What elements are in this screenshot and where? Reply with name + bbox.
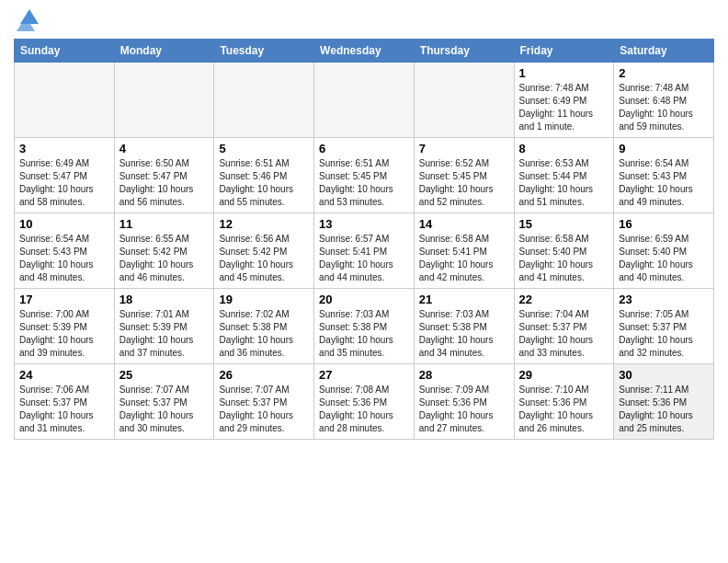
weekday-header-friday: Friday (514, 40, 614, 63)
calendar-cell: 22Sunrise: 7:04 AM Sunset: 5:37 PM Dayli… (514, 289, 614, 364)
calendar-cell: 3Sunrise: 6:49 AM Sunset: 5:47 PM Daylig… (15, 138, 115, 213)
calendar-cell: 17Sunrise: 7:00 AM Sunset: 5:39 PM Dayli… (15, 289, 115, 364)
day-number: 17 (19, 293, 109, 306)
calendar-cell: 20Sunrise: 7:03 AM Sunset: 5:38 PM Dayli… (314, 289, 415, 364)
calendar-cell: 9Sunrise: 6:54 AM Sunset: 5:43 PM Daylig… (614, 138, 714, 213)
day-number: 25 (119, 368, 210, 382)
calendar-table: SundayMondayTuesdayWednesdayThursdayFrid… (14, 39, 714, 440)
day-info: Sunrise: 6:53 AM Sunset: 5:44 PM Dayligh… (519, 157, 609, 209)
day-number: 23 (619, 293, 709, 306)
day-number: 29 (519, 368, 609, 382)
day-info: Sunrise: 6:51 AM Sunset: 5:46 PM Dayligh… (219, 157, 309, 209)
calendar-cell: 15Sunrise: 6:58 AM Sunset: 5:40 PM Dayli… (514, 213, 614, 289)
day-info: Sunrise: 7:00 AM Sunset: 5:39 PM Dayligh… (19, 308, 109, 360)
week-row-1: 1Sunrise: 7:48 AM Sunset: 6:49 PM Daylig… (15, 63, 714, 138)
weekday-header-row: SundayMondayTuesdayWednesdayThursdayFrid… (15, 40, 714, 63)
day-number: 1 (519, 66, 609, 80)
day-number: 3 (19, 142, 109, 155)
week-row-4: 17Sunrise: 7:00 AM Sunset: 5:39 PM Dayli… (15, 289, 714, 364)
day-number: 5 (219, 142, 309, 155)
day-info: Sunrise: 6:58 AM Sunset: 5:41 PM Dayligh… (419, 233, 509, 284)
calendar-cell: 8Sunrise: 6:53 AM Sunset: 5:44 PM Daylig… (514, 138, 614, 213)
calendar-cell: 6Sunrise: 6:51 AM Sunset: 5:45 PM Daylig… (314, 138, 415, 213)
calendar-cell: 2Sunrise: 7:48 AM Sunset: 6:48 PM Daylig… (614, 63, 714, 138)
day-number: 21 (419, 293, 509, 306)
day-info: Sunrise: 7:01 AM Sunset: 5:39 PM Dayligh… (119, 308, 210, 360)
day-info: Sunrise: 6:55 AM Sunset: 5:42 PM Dayligh… (119, 233, 210, 284)
calendar-cell: 14Sunrise: 6:58 AM Sunset: 5:41 PM Dayli… (414, 213, 514, 289)
day-info: Sunrise: 6:54 AM Sunset: 5:43 PM Dayligh… (619, 157, 709, 209)
calendar-cell: 26Sunrise: 7:07 AM Sunset: 5:37 PM Dayli… (214, 364, 314, 440)
calendar-cell (414, 63, 514, 138)
day-number: 28 (419, 368, 509, 382)
day-info: Sunrise: 6:50 AM Sunset: 5:47 PM Dayligh… (119, 157, 210, 209)
day-info: Sunrise: 7:08 AM Sunset: 5:36 PM Dayligh… (319, 384, 409, 435)
week-row-3: 10Sunrise: 6:54 AM Sunset: 5:43 PM Dayli… (15, 213, 714, 289)
calendar-cell (114, 63, 214, 138)
day-info: Sunrise: 7:04 AM Sunset: 5:37 PM Dayligh… (519, 308, 609, 360)
day-number: 10 (19, 217, 109, 231)
calendar-cell: 21Sunrise: 7:03 AM Sunset: 5:38 PM Dayli… (414, 289, 514, 364)
calendar-cell: 28Sunrise: 7:09 AM Sunset: 5:36 PM Dayli… (414, 364, 514, 440)
calendar-cell: 24Sunrise: 7:06 AM Sunset: 5:37 PM Dayli… (15, 364, 115, 440)
day-info: Sunrise: 6:52 AM Sunset: 5:45 PM Dayligh… (419, 157, 509, 209)
day-number: 30 (619, 368, 709, 382)
day-number: 24 (19, 368, 109, 382)
header (14, 9, 714, 31)
day-info: Sunrise: 7:10 AM Sunset: 5:36 PM Dayligh… (519, 384, 609, 435)
day-info: Sunrise: 6:51 AM Sunset: 5:45 PM Dayligh… (319, 157, 409, 209)
day-info: Sunrise: 7:09 AM Sunset: 5:36 PM Dayligh… (419, 384, 509, 435)
calendar-cell: 19Sunrise: 7:02 AM Sunset: 5:38 PM Dayli… (214, 289, 314, 364)
calendar-cell (214, 63, 314, 138)
calendar-cell: 7Sunrise: 6:52 AM Sunset: 5:45 PM Daylig… (414, 138, 514, 213)
day-number: 27 (319, 368, 409, 382)
day-info: Sunrise: 6:49 AM Sunset: 5:47 PM Dayligh… (19, 157, 109, 209)
day-number: 13 (319, 217, 409, 231)
day-info: Sunrise: 7:05 AM Sunset: 5:37 PM Dayligh… (619, 308, 709, 360)
week-row-2: 3Sunrise: 6:49 AM Sunset: 5:47 PM Daylig… (15, 138, 714, 213)
calendar-cell: 30Sunrise: 7:11 AM Sunset: 5:36 PM Dayli… (614, 364, 714, 440)
calendar-cell: 16Sunrise: 6:59 AM Sunset: 5:40 PM Dayli… (614, 213, 714, 289)
day-info: Sunrise: 7:07 AM Sunset: 5:37 PM Dayligh… (219, 384, 309, 435)
calendar-cell: 27Sunrise: 7:08 AM Sunset: 5:36 PM Dayli… (314, 364, 415, 440)
calendar-cell (15, 63, 115, 138)
day-number: 18 (119, 293, 210, 306)
calendar-cell: 18Sunrise: 7:01 AM Sunset: 5:39 PM Dayli… (114, 289, 214, 364)
day-number: 26 (219, 368, 309, 382)
day-number: 19 (219, 293, 309, 306)
weekday-header-monday: Monday (114, 40, 214, 63)
day-number: 22 (519, 293, 609, 306)
day-info: Sunrise: 7:02 AM Sunset: 5:38 PM Dayligh… (219, 308, 309, 360)
day-number: 15 (519, 217, 609, 231)
calendar-cell: 10Sunrise: 6:54 AM Sunset: 5:43 PM Dayli… (15, 213, 115, 289)
day-number: 9 (619, 142, 709, 155)
logo-icon (17, 6, 42, 31)
day-info: Sunrise: 6:54 AM Sunset: 5:43 PM Dayligh… (19, 233, 109, 284)
calendar-cell: 25Sunrise: 7:07 AM Sunset: 5:37 PM Dayli… (114, 364, 214, 440)
day-number: 14 (419, 217, 509, 231)
calendar-cell: 29Sunrise: 7:10 AM Sunset: 5:36 PM Dayli… (514, 364, 614, 440)
logo (14, 13, 42, 31)
calendar-cell: 1Sunrise: 7:48 AM Sunset: 6:49 PM Daylig… (514, 63, 614, 138)
day-info: Sunrise: 6:58 AM Sunset: 5:40 PM Dayligh… (519, 233, 609, 284)
day-number: 6 (319, 142, 409, 155)
day-info: Sunrise: 7:11 AM Sunset: 5:36 PM Dayligh… (619, 384, 709, 435)
day-info: Sunrise: 7:03 AM Sunset: 5:38 PM Dayligh… (419, 308, 509, 360)
day-info: Sunrise: 7:48 AM Sunset: 6:49 PM Dayligh… (519, 82, 609, 133)
calendar-cell (314, 63, 415, 138)
calendar-cell: 5Sunrise: 6:51 AM Sunset: 5:46 PM Daylig… (214, 138, 314, 213)
day-info: Sunrise: 6:59 AM Sunset: 5:40 PM Dayligh… (619, 233, 709, 284)
weekday-header-saturday: Saturday (614, 40, 714, 63)
calendar-cell: 4Sunrise: 6:50 AM Sunset: 5:47 PM Daylig… (114, 138, 214, 213)
day-info: Sunrise: 7:07 AM Sunset: 5:37 PM Dayligh… (119, 384, 210, 435)
weekday-header-sunday: Sunday (15, 40, 115, 63)
day-number: 11 (119, 217, 210, 231)
weekday-header-tuesday: Tuesday (214, 40, 314, 63)
weekday-header-wednesday: Wednesday (314, 40, 415, 63)
day-info: Sunrise: 7:03 AM Sunset: 5:38 PM Dayligh… (319, 308, 409, 360)
page-container: SundayMondayTuesdayWednesdayThursdayFrid… (0, 0, 728, 444)
calendar-cell: 13Sunrise: 6:57 AM Sunset: 5:41 PM Dayli… (314, 213, 415, 289)
day-number: 2 (619, 66, 709, 80)
weekday-header-thursday: Thursday (414, 40, 514, 63)
day-info: Sunrise: 7:06 AM Sunset: 5:37 PM Dayligh… (19, 384, 109, 435)
